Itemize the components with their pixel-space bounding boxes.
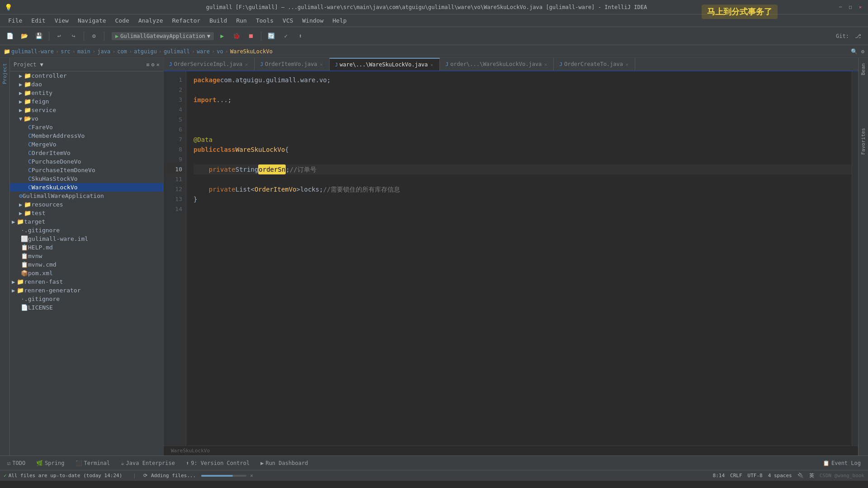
undo-button[interactable]: ↩ bbox=[53, 30, 66, 42]
tab-close-orderserviceimpl[interactable]: ✕ bbox=[244, 62, 249, 67]
menu-navigate[interactable]: Navigate bbox=[73, 15, 111, 26]
tree-memberaddressvo[interactable]: C MemberAddressVo bbox=[10, 131, 163, 140]
tree-root-gitignore[interactable]: · .gitignore bbox=[10, 295, 163, 303]
tree-controller[interactable]: ▶ 📁 controller bbox=[10, 71, 163, 80]
tab-orderitemvo[interactable]: J OrderItemVo.java ✕ bbox=[255, 58, 329, 70]
settings-gear-icon[interactable]: ⚙ bbox=[861, 48, 864, 55]
tree-feign[interactable]: ▶ 📁 feign bbox=[10, 97, 163, 106]
git-push-button[interactable]: ⬆ bbox=[294, 30, 307, 42]
menu-help[interactable]: Help bbox=[328, 15, 351, 26]
close-panel-icon[interactable]: ✕ bbox=[156, 61, 160, 68]
crumb-src[interactable]: src bbox=[61, 48, 71, 55]
new-file-button[interactable]: 📄 bbox=[4, 30, 16, 42]
crumb-main[interactable]: main bbox=[77, 48, 90, 55]
menu-code[interactable]: Code bbox=[111, 15, 134, 26]
tab-ordercreateto[interactable]: J OrderCreateTo.java ✕ bbox=[554, 58, 635, 70]
tree-renren-fast[interactable]: ▶ 📁 renren-fast bbox=[10, 277, 163, 286]
collapse-all-icon[interactable]: ≡ bbox=[146, 61, 149, 68]
tree-test[interactable]: ▶ 📁 test bbox=[10, 209, 163, 217]
redo-button[interactable]: ↪ bbox=[67, 30, 80, 42]
progress-cancel-icon[interactable]: ✕ bbox=[250, 473, 253, 479]
menu-run[interactable]: Run bbox=[231, 15, 251, 26]
tree-helpmd[interactable]: 📋 HELP.md bbox=[10, 243, 163, 252]
stop-button[interactable]: ⏹ bbox=[245, 30, 257, 42]
menu-edit[interactable]: Edit bbox=[27, 15, 50, 26]
tree-gitignore[interactable]: · .gitignore bbox=[10, 226, 163, 235]
open-button[interactable]: 📂 bbox=[18, 30, 31, 42]
crumb-vo[interactable]: vo bbox=[217, 48, 223, 55]
tree-purchaseitemdonevo[interactable]: C PurchaseItemDoneVo bbox=[10, 166, 163, 174]
encoding[interactable]: UTF-8 bbox=[748, 473, 763, 479]
menu-refactor[interactable]: Refactor bbox=[168, 15, 205, 26]
git-icon[interactable]: ⎇ bbox=[852, 30, 864, 42]
save-button[interactable]: 💾 bbox=[33, 30, 45, 42]
tab-spring[interactable]: 🌿 Spring bbox=[33, 458, 68, 468]
cursor-position[interactable]: 8:14 bbox=[713, 473, 725, 479]
tab-close-wareskulockvo[interactable]: ✕ bbox=[429, 62, 434, 67]
tree-license[interactable]: 📄 LICENSE bbox=[10, 303, 163, 312]
project-tool-button[interactable]: Project bbox=[0, 60, 9, 88]
indent-setting[interactable]: 4 spaces bbox=[768, 473, 792, 479]
menu-window[interactable]: Window bbox=[298, 15, 328, 26]
settings-icon[interactable]: ⚙ bbox=[151, 61, 155, 68]
tab-todo[interactable]: ☑ TODO bbox=[4, 458, 29, 468]
tree-entity[interactable]: ▶ 📁 entity bbox=[10, 89, 163, 97]
crumb-ware[interactable]: ware bbox=[197, 48, 210, 55]
tab-wareskulockvo[interactable]: J ware\...\WareSkuLockVo.java ✕ bbox=[330, 58, 440, 70]
tree-farevo[interactable]: C FareVo bbox=[10, 123, 163, 131]
run-config-dropdown[interactable]: ▶ GulimallGatewayApplication ▼ bbox=[112, 32, 214, 40]
tree-resources[interactable]: ▶ 📁 resources bbox=[10, 200, 163, 209]
menu-analyze[interactable]: Analyze bbox=[134, 15, 168, 26]
tree-wareskulockvo[interactable]: C WareSkuLockVo bbox=[10, 183, 163, 192]
line-ending[interactable]: CRLF bbox=[730, 473, 742, 479]
maximize-button[interactable]: □ bbox=[847, 4, 854, 10]
tab-orderserviceimpl[interactable]: J OrderServiceImpl.java ✕ bbox=[164, 58, 255, 70]
tab-event-log[interactable]: 📋 Event Log bbox=[819, 458, 864, 468]
tree-mvnw[interactable]: 📋 mvnw bbox=[10, 252, 163, 260]
code-content[interactable]: package com.atguigu.gulimall.ware.vo; im… bbox=[186, 71, 852, 446]
tab-order-wareskulockvo[interactable]: J order\...\WareSkuLockVo.java ✕ bbox=[440, 58, 554, 70]
tree-target[interactable]: ▶ 📁 target bbox=[10, 217, 163, 226]
tree-pomxml[interactable]: 📦 pom.xml bbox=[10, 269, 163, 277]
settings-button[interactable]: ⚙ bbox=[88, 30, 100, 42]
crumb-java[interactable]: java bbox=[97, 48, 110, 55]
tab-java-enterprise[interactable]: ☕ Java Enterprise bbox=[117, 458, 179, 468]
debug-button[interactable]: 🐞 bbox=[230, 30, 243, 42]
tree-renren-generator[interactable]: ▶ 📁 renren-generator bbox=[10, 286, 163, 295]
tree-service[interactable]: ▶ 📁 service bbox=[10, 106, 163, 114]
git-update-button[interactable]: 🔄 bbox=[265, 30, 278, 42]
code-editor[interactable]: 1 2 3 4 5 6 7 8 9 10 11 12 13 14 package… bbox=[164, 71, 858, 446]
bean-tool-button[interactable]: Bean bbox=[859, 60, 868, 79]
tab-close-ordercreateto[interactable]: ✕ bbox=[625, 62, 629, 67]
lang-indicator[interactable]: 英 bbox=[809, 472, 814, 479]
tab-run-dashboard[interactable]: ▶ Run Dashboard bbox=[257, 458, 311, 468]
crumb-gulimall-ware[interactable]: gulimall-ware bbox=[11, 48, 54, 55]
tree-gulimallwareapplication[interactable]: ⚙ GulimallWareApplication bbox=[10, 192, 163, 200]
tab-close-order-wareskulockvo[interactable]: ✕ bbox=[543, 62, 548, 67]
tab-version-control[interactable]: ⬆ 9: Version Control bbox=[182, 458, 253, 468]
menu-build[interactable]: Build bbox=[205, 15, 231, 26]
tree-mergevo[interactable]: C MergeVo bbox=[10, 140, 163, 149]
minimize-button[interactable]: ─ bbox=[837, 4, 844, 10]
tree-skuhasstockvo[interactable]: C SkuHasStockVo bbox=[10, 174, 163, 183]
tab-terminal[interactable]: ⬛ Terminal bbox=[72, 458, 114, 468]
crumb-com[interactable]: com bbox=[117, 48, 127, 55]
tree-purchasedonevo[interactable]: C PurchaseDoneVo bbox=[10, 157, 163, 166]
crumb-gulimall[interactable]: gulimall bbox=[164, 48, 190, 55]
git-commit-button[interactable]: ✓ bbox=[279, 30, 292, 42]
tree-iml[interactable]: ⬜ gulimall-ware.iml bbox=[10, 235, 163, 243]
tab-close-orderitemvo[interactable]: ✕ bbox=[319, 62, 324, 67]
tree-orderitemvo[interactable]: C OrderItemVo bbox=[10, 149, 163, 157]
crumb-atguigu[interactable]: atguigu bbox=[134, 48, 157, 55]
run-button[interactable]: ▶ bbox=[216, 30, 228, 42]
favorites-tool-button[interactable]: Favorites bbox=[859, 124, 868, 159]
crumb-class[interactable]: WareSkuLockVo bbox=[230, 48, 273, 55]
menu-view[interactable]: View bbox=[50, 15, 73, 26]
menu-vcs[interactable]: VCS bbox=[278, 15, 297, 26]
project-dropdown-icon[interactable]: ▼ bbox=[40, 61, 43, 68]
menu-tools[interactable]: Tools bbox=[251, 15, 278, 26]
tree-mvnwcmd[interactable]: 📋 mvnw.cmd bbox=[10, 260, 163, 269]
tree-vo[interactable]: ▼ 📂 vo bbox=[10, 114, 163, 123]
close-button[interactable]: ✕ bbox=[857, 4, 863, 10]
menu-file[interactable]: File bbox=[4, 15, 27, 26]
